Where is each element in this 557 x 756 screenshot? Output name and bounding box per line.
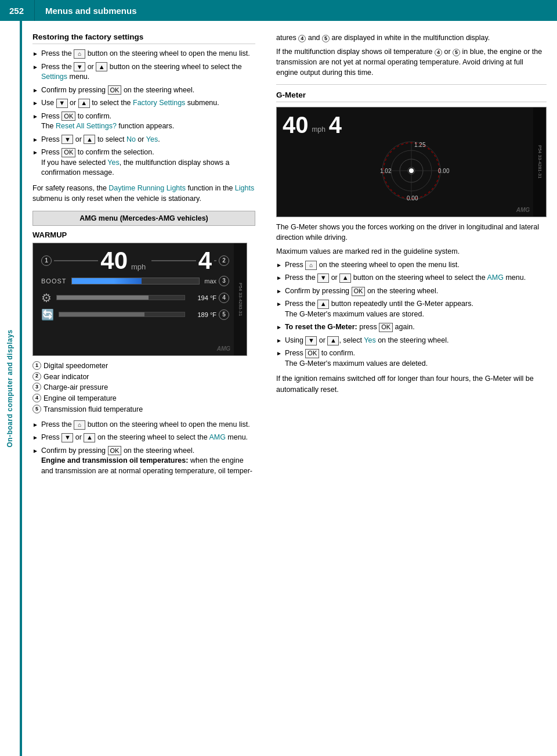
header-bar: 252 Menus and submenus — [0, 0, 557, 21]
circle-4-ref2: 4 — [435, 49, 442, 56]
engine-temp-val: 194 °F — [190, 294, 216, 301]
down-key: ▼ — [62, 433, 73, 442]
svg-text:1.02: 1.02 — [380, 168, 392, 174]
bullet-icon: ► — [276, 274, 282, 282]
num-5: 5 — [32, 405, 41, 413]
reset-gmeter-bold: To reset the G-Meter: — [285, 323, 357, 331]
list-item: ► Press the ⌂ button on the steering whe… — [32, 49, 255, 59]
list-item: ► Press the ▲ button repeatedly until th… — [276, 299, 547, 319]
down-key: ▼ — [305, 336, 317, 345]
gmeter-unit: mph — [312, 125, 325, 134]
bullet-icon: ► — [32, 421, 38, 429]
list-item: ► Press OK to confirm.The Reset All Sett… — [32, 111, 255, 132]
svg-text:0.00: 0.00 — [438, 168, 450, 174]
circle-5-ref: 5 — [322, 35, 330, 42]
warmup-bullet-list: ► Press the ⌂ button on the steering whe… — [32, 420, 255, 477]
bullet-icon: ► — [32, 63, 38, 71]
list-item: ► To reset the G-Meter: press OK again. — [276, 322, 547, 333]
svg-text:0.00: 0.00 — [407, 195, 418, 201]
bullet-icon: ► — [32, 434, 38, 442]
up-key: ▲ — [78, 99, 90, 108]
list-item: ► Press the ▼ or ▲ button on the steerin… — [276, 273, 547, 283]
amg-label: AMG — [209, 433, 225, 441]
amg-label2: AMG — [487, 273, 503, 282]
yes-label2: Yes — [364, 336, 375, 344]
ok-key: OK — [108, 85, 122, 95]
bullet-icon: ► — [276, 261, 282, 269]
ok-key: OK — [62, 111, 75, 121]
daytime-label: Daytime Running Lights — [108, 184, 186, 192]
bullet-icon: ► — [276, 350, 282, 358]
bullet-icon: ► — [276, 287, 282, 296]
warmup-gear: 4 — [198, 247, 212, 275]
down-key: ▼ — [74, 62, 85, 71]
warmup-items-list: 1 Digital speedometer 2 Gear indicator 3… — [32, 361, 255, 415]
bullet-icon: ► — [32, 149, 38, 157]
ok-key: OK — [379, 323, 393, 332]
list-item: ► Press OK to confirm.The G-Meter's maxi… — [276, 348, 547, 369]
ok-key: OK — [352, 287, 366, 296]
engine-icon: ⚙ — [41, 291, 52, 305]
list-item: ► Confirm by pressing OK on the steering… — [32, 446, 255, 477]
trans-temp-val: 189 °F — [190, 311, 216, 318]
warmup-unit: mph — [131, 262, 146, 271]
home-key: ⌂ — [305, 261, 317, 270]
gmeter-desc1: The G-Meter shows you the forces working… — [276, 222, 547, 243]
engine-temp-bar — [57, 296, 149, 300]
divider — [276, 84, 547, 85]
list-item: 3 Charge-air pressure — [32, 382, 255, 393]
circle-4-ref: 4 — [298, 35, 306, 42]
warmup-image-label: P54 33-4283-31 — [234, 243, 247, 355]
bullet-icon: ► — [32, 99, 38, 107]
circle-3: 3 — [219, 276, 229, 286]
list-item: ► Press ⌂ on the steering wheel to open … — [276, 260, 547, 271]
amg-watermark-gmeter: AMG — [516, 207, 530, 213]
up-key: ▲ — [339, 273, 351, 283]
left-column: Restoring the factory settings ► Press t… — [22, 33, 266, 756]
circle-1: 1 — [41, 255, 52, 266]
page-number: 252 — [0, 0, 35, 21]
ok-key: OK — [305, 349, 319, 358]
reset-label: Reset All Settings? — [56, 122, 117, 130]
num-2: 2 — [32, 372, 41, 381]
home-key: ⌂ — [74, 420, 85, 430]
yes-label: Yes — [146, 135, 158, 143]
down-key: ▼ — [317, 273, 329, 283]
down-key: ▼ — [56, 99, 68, 108]
yes-label: Yes — [107, 159, 119, 167]
ok-key: OK — [108, 446, 122, 455]
list-item: ► Using ▼ or ▲, select Yes on the steeri… — [276, 336, 547, 346]
list-item: 1 Digital speedometer — [32, 361, 255, 372]
gmeter-gear: 4 — [329, 113, 342, 136]
trans-temp-bar — [59, 312, 144, 316]
list-item: ► Confirm by pressing OK on the steering… — [276, 286, 547, 297]
sidebar-label: On-board computer and displays — [0, 21, 22, 756]
circle-5: 5 — [219, 309, 229, 320]
up-key: ▲ — [327, 336, 339, 345]
engine-trans-bold: Engine and transmission oil temperatures… — [41, 456, 189, 465]
home-key: ⌂ — [74, 49, 85, 59]
bullet-icon: ► — [32, 50, 38, 58]
bullet-icon: ► — [32, 447, 38, 455]
settings-label: Settings — [41, 73, 67, 81]
circle-4: 4 — [219, 293, 229, 303]
trans-icon: 🔄 — [41, 308, 54, 321]
list-item: 5 Transmission fluid temperature — [32, 404, 255, 415]
footer-note: If the ignition remains switched off for… — [276, 373, 547, 394]
main-layout: On-board computer and displays Restoring… — [0, 21, 557, 756]
continued-para: atures 4 and 5 are displayed in white in… — [276, 33, 547, 43]
list-item: 2 Gear indicator — [32, 372, 255, 383]
header-title: Menus and submenus — [35, 6, 137, 16]
bullet-icon: ► — [32, 136, 38, 144]
gmeter-heading: G-Meter — [276, 91, 547, 102]
gmeter-speed: 40 — [283, 113, 309, 136]
amg-watermark-warmup: AMG — [217, 345, 230, 352]
gmeter-image: 40 mph 4 — [276, 107, 547, 217]
lights-label: Lights — [235, 184, 254, 192]
content-area: Restoring the factory settings ► Press t… — [22, 21, 557, 756]
gmeter-desc2: Maximum values are marked red in the gui… — [276, 246, 547, 257]
ok-key: OK — [62, 148, 75, 157]
warmup-speed: 40 — [100, 249, 128, 273]
svg-text:1.25: 1.25 — [414, 142, 426, 148]
oil-temp-para: If the multifunction display shows oil t… — [276, 46, 547, 78]
